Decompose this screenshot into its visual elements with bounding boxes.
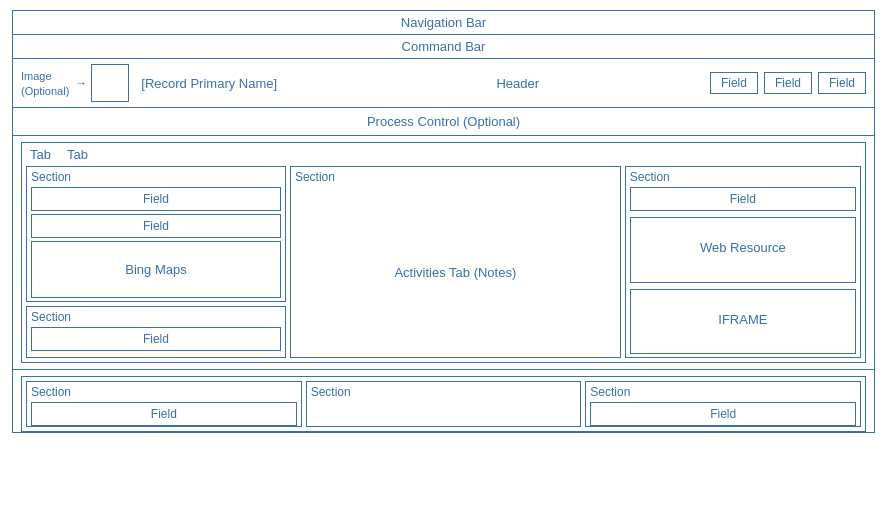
tab-container: Tab Tab Section Field Field Bing Maps	[21, 142, 866, 363]
tab-2[interactable]: Tab	[67, 147, 88, 162]
left-section-1: Section Field Field Bing Maps	[26, 166, 286, 302]
bottom-col-3-field: Field	[590, 402, 856, 426]
left-section-2-label: Section	[31, 310, 281, 324]
header-fields: Field Field Field	[710, 72, 866, 94]
middle-section-label: Section	[291, 167, 620, 187]
iframe: IFRAME	[630, 289, 856, 355]
navigation-bar: Navigation Bar	[13, 11, 874, 35]
left-column: Section Field Field Bing Maps Section Fi…	[26, 166, 286, 358]
header-field-2: Field	[764, 72, 812, 94]
main-content-area: Tab Tab Section Field Field Bing Maps	[13, 136, 874, 370]
image-placeholder	[91, 64, 129, 102]
left-field-1: Field	[31, 187, 281, 211]
header-field-1: Field	[710, 72, 758, 94]
header-row: Image (Optional) → [Record Primary Name]…	[13, 59, 874, 108]
image-optional-label: Image (Optional)	[21, 70, 69, 97]
bottom-col-3-section: Section	[590, 385, 856, 399]
header-field-3: Field	[818, 72, 866, 94]
bottom-col-3: Section Field	[585, 381, 861, 427]
left-section-1-label: Section	[31, 170, 281, 184]
bottom-sections: Section Field Section Section Field	[13, 370, 874, 432]
left-field-3: Field	[31, 327, 281, 351]
right-section-label: Section	[630, 170, 856, 184]
three-column-layout: Section Field Field Bing Maps Section Fi…	[26, 166, 861, 358]
web-resource: Web Resource	[630, 217, 856, 283]
activities-tab-notes: Activities Tab (Notes)	[291, 187, 620, 357]
bottom-col-1-section: Section	[31, 385, 297, 399]
middle-column: Section Activities Tab (Notes)	[290, 166, 621, 358]
left-section-2: Section Field	[26, 306, 286, 358]
header-label: Header	[334, 76, 702, 91]
right-field-1: Field	[630, 187, 856, 211]
bottom-col-2-section: Section	[311, 385, 577, 399]
bottom-col-1: Section Field	[26, 381, 302, 427]
bottom-row: Section Field Section Section Field	[21, 376, 866, 432]
left-field-2: Field	[31, 214, 281, 238]
activities-section: Section Activities Tab (Notes)	[290, 166, 621, 358]
right-section: Section Field Web Resource IFRAME	[625, 166, 861, 358]
record-primary-name: [Record Primary Name]	[137, 76, 325, 91]
process-control: Process Control (Optional)	[13, 108, 874, 136]
bing-maps: Bing Maps	[31, 241, 281, 298]
command-bar: Command Bar	[13, 35, 874, 59]
right-column: Section Field Web Resource IFRAME	[625, 166, 861, 358]
bottom-col-2: Section	[306, 381, 582, 427]
tab-1[interactable]: Tab	[30, 147, 51, 162]
bottom-col-1-field: Field	[31, 402, 297, 426]
tabs-row: Tab Tab	[26, 147, 861, 166]
arrow-icon: →	[75, 76, 87, 90]
